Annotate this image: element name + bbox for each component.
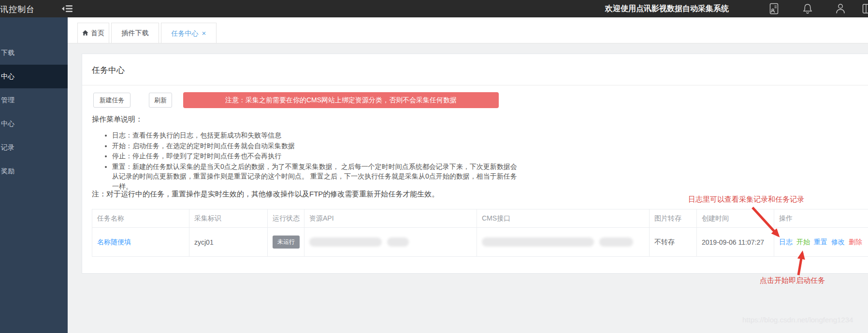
tab-plugin-download[interactable]: 插件下载 <box>111 23 159 43</box>
column-header-cms-api: CMS接口 <box>477 209 650 228</box>
divider <box>82 85 868 85</box>
column-header-collect-id: 采集标识 <box>189 209 268 228</box>
help-title: 操作菜单说明： <box>92 115 143 124</box>
collect-id-cell: zycj01 <box>189 228 268 257</box>
help-item-log: 日志：查看任务执行的日志，包括更新成功和失败等信息 <box>112 130 523 140</box>
cms-api-redacted-bar <box>599 237 633 247</box>
annotation-arrows-icon <box>739 206 822 283</box>
tab-task-center[interactable]: 任务中心× <box>161 23 217 43</box>
new-task-button[interactable]: 新建任务 <box>93 93 130 108</box>
note-text: 注：对于运行中的任务，重置操作是实时生效的，其他修改操作以及FTP的修改需要重新… <box>92 190 439 199</box>
image-save-cell: 不转存 <box>650 228 697 257</box>
sidebar-item-label: 奖励 <box>1 167 14 175</box>
sidebar-item-download[interactable]: 下载 <box>0 41 68 65</box>
alert-banner: 注意：采集之前需要在你的CMS网站上绑定资源分类，否则不会采集任何数据 <box>183 92 499 108</box>
sidebar-item-center[interactable]: 中心 <box>0 112 68 136</box>
annotation-log-tip: 日志里可以查看采集记录和任务记录 <box>688 195 804 204</box>
resource-api-cell <box>304 228 477 257</box>
annotation-start-tip: 点击开始即启动任务 <box>760 276 825 285</box>
sidebar-item-label: 管理 <box>1 96 14 104</box>
column-header-image-save: 图片转存 <box>650 209 697 228</box>
sidebar-item-label: 中心 <box>1 120 14 127</box>
brand-title: 讯控制台 <box>0 4 35 15</box>
task-name-link[interactable]: 名称随便填 <box>97 238 131 246</box>
status-badge: 未运行 <box>273 236 300 249</box>
help-item-start: 开始：启动任务，在选定的定时时间点任务就会自动采集数据 <box>112 141 523 151</box>
help-item-stop: 停止：停止任务，即使到了定时时间点任务也不会再执行 <box>112 151 523 161</box>
sidebar-item-manage[interactable]: 管理 <box>0 88 68 112</box>
close-icon[interactable]: × <box>202 29 206 37</box>
bell-icon[interactable] <box>802 3 813 14</box>
tab-bar: 首页 插件下载 任务中心× <box>68 17 868 43</box>
id-card-icon[interactable] <box>769 3 780 14</box>
tab-home[interactable]: 首页 <box>77 23 109 43</box>
sidebar-item-records[interactable]: 记录 <box>0 136 68 159</box>
topbar: 讯控制台 欢迎使用点讯影视数据自动采集系统 <box>0 0 868 17</box>
column-header-task-name: 任务名称 <box>92 209 189 228</box>
watermark: https://blog.csdn.net/longfeng1234 <box>742 316 853 324</box>
modify-action-link[interactable]: 修改 <box>831 238 845 246</box>
sidebar-item-task-center[interactable]: 中心 <box>0 65 68 88</box>
home-icon <box>82 24 88 43</box>
sidebar-item-rewards[interactable]: 奖励 <box>0 159 68 183</box>
panel-edge-icon[interactable] <box>862 3 868 14</box>
cms-api-redacted-bar <box>482 237 594 247</box>
page-title: 任务中心 <box>92 65 125 76</box>
help-item-reset: 重置：新建的任务默认采集的是当天0点之后的数据，为了不重复采集数据， 之后每一个… <box>112 162 523 192</box>
sidebar-item-label: 下载 <box>1 49 14 56</box>
sidebar: 下载 中心 管理 中心 记录 奖励 <box>0 17 68 333</box>
tab-label: 插件下载 <box>122 29 149 37</box>
column-header-resource-api: 资源API <box>304 209 477 228</box>
help-list: 日志：查看任务执行的日志，包括更新成功和失败等信息 开始：启动任务，在选定的定时… <box>112 130 523 192</box>
user-icon[interactable] <box>835 3 846 14</box>
app-window: 讯控制台 欢迎使用点讯影视数据自动采集系统 <box>0 0 868 333</box>
tab-label: 任务中心 <box>172 29 199 37</box>
tab-label: 首页 <box>91 29 104 37</box>
refresh-button[interactable]: 刷新 <box>149 93 172 108</box>
menu-fold-icon[interactable] <box>62 4 73 14</box>
resource-api-redacted-bar <box>309 237 382 247</box>
resource-api-redacted-bar <box>387 237 409 247</box>
cms-api-cell <box>477 228 650 257</box>
welcome-title: 欢迎使用点讯影视数据自动采集系统 <box>605 4 729 14</box>
column-header-run-status: 运行状态 <box>268 209 304 228</box>
sidebar-item-label: 中心 <box>1 72 14 80</box>
sidebar-item-label: 记录 <box>1 143 14 151</box>
delete-action-link[interactable]: 删除 <box>849 238 862 246</box>
